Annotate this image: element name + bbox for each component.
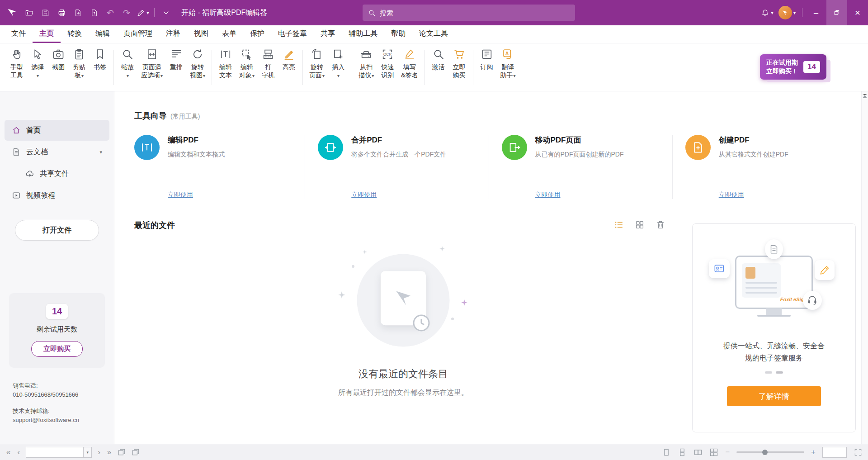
grid-view-button[interactable]: [634, 220, 645, 231]
save-button[interactable]: [37, 5, 53, 21]
zoom-slider[interactable]: [736, 451, 804, 453]
menu-protect[interactable]: 保护: [243, 25, 271, 43]
clear-recent-button[interactable]: [655, 220, 666, 231]
buy-now-button[interactable]: 立即购买: [31, 341, 83, 357]
ribbon-insert-pages-button[interactable]: 插入 ▾: [328, 47, 349, 80]
toolbar-options-button[interactable]: [158, 5, 174, 21]
ribbon-translate-assistant-button[interactable]: 翻译 助手▾: [497, 47, 519, 80]
open-file-pill-button[interactable]: 打开文件: [15, 220, 99, 241]
support-email[interactable]: support@foxitsoftware.cn: [13, 416, 114, 425]
global-search[interactable]: [363, 5, 575, 21]
menu-home[interactable]: 主页: [33, 25, 61, 43]
ribbon-quick-ocr-button[interactable]: 快速 识别: [377, 47, 398, 80]
restore-button[interactable]: [826, 0, 847, 25]
facing-view-button[interactable]: [693, 448, 703, 457]
redo-button[interactable]: ↷: [118, 5, 135, 21]
carousel-dot[interactable]: [776, 371, 783, 374]
menu-esign[interactable]: 电子签章: [271, 25, 314, 43]
page-list-caret[interactable]: ▾: [84, 447, 92, 458]
tool-card-move-pages[interactable]: 移动PDF页面 从已有的PDF页面创建新的PDF 立即使用: [489, 135, 672, 199]
export-pdf-button[interactable]: [70, 5, 86, 21]
create-pdf-icon: [685, 135, 711, 160]
caret-icon: ▾: [252, 73, 255, 78]
account-button[interactable]: ▾: [775, 5, 799, 21]
ribbon-edit-text-button[interactable]: 编辑 文本: [215, 47, 236, 80]
tool-card-edit-pdf[interactable]: 编辑PDF 编辑文档和文本格式 立即使用: [134, 135, 305, 199]
ribbon-from-scanner-button[interactable]: 从扫 描仪▾: [355, 47, 377, 80]
previous-view-button[interactable]: [117, 448, 126, 457]
previous-page-button[interactable]: ‹: [16, 448, 21, 456]
sidebar-item-home[interactable]: 首页: [5, 120, 109, 141]
vertical-scrollbar[interactable]: [861, 91, 868, 444]
menu-form[interactable]: 表单: [215, 25, 243, 43]
sidebar-item-shared-files[interactable]: 共享文件: [5, 163, 109, 184]
ribbon-snapshot-button[interactable]: 截图: [48, 47, 69, 72]
carousel-dot[interactable]: [765, 371, 772, 374]
ribbon-clipboard-button[interactable]: 剪贴 板▾: [69, 47, 90, 80]
ribbon-zoom-button[interactable]: 缩放 ▾: [117, 47, 138, 80]
last-page-button[interactable]: »: [106, 448, 112, 456]
ribbon-bookmark-button[interactable]: 书签: [90, 47, 110, 72]
zoom-slider-thumb[interactable]: [762, 450, 768, 455]
zoom-in-button[interactable]: +: [811, 448, 816, 456]
ribbon-select-button[interactable]: 选择 ▾: [27, 47, 48, 80]
ribbon-hand-tool-button[interactable]: 手型 工具: [6, 47, 27, 80]
merge-pdf-use-link[interactable]: 立即使用: [351, 191, 377, 199]
zoom-level-input[interactable]: [822, 447, 847, 458]
scroll-up-button[interactable]: [863, 94, 867, 98]
ribbon-rotate-pages-button[interactable]: 旋转 页面▾: [306, 47, 328, 80]
undo-button[interactable]: ↶: [102, 5, 118, 21]
next-page-button[interactable]: ›: [97, 448, 101, 456]
menu-file[interactable]: 文件: [5, 25, 33, 43]
caret-icon: ▾: [322, 73, 325, 78]
ribbon-fill-sign-button[interactable]: 填写 &签名: [398, 47, 421, 80]
page-number-input[interactable]: [26, 447, 84, 458]
ribbon-activate-button[interactable]: 激活: [428, 47, 449, 72]
menu-share[interactable]: 共享: [314, 25, 342, 43]
tool-card-merge-pdf[interactable]: 合并PDF 将多个文件合并生成一个PDF文件 立即使用: [305, 135, 488, 199]
search-input[interactable]: [380, 9, 570, 17]
menu-view[interactable]: 视图: [187, 25, 215, 43]
fit-screen-button[interactable]: [854, 448, 863, 457]
next-view-button[interactable]: [131, 448, 140, 457]
menu-convert[interactable]: 转换: [61, 25, 89, 43]
menu-accessibility[interactable]: 辅助工具: [342, 25, 384, 43]
edit-pdf-use-link[interactable]: 立即使用: [168, 191, 193, 199]
continuous-view-button[interactable]: [678, 448, 687, 457]
sidebar-item-label: 云文档: [26, 147, 48, 157]
document-upload-icon: [90, 9, 99, 17]
ribbon-page-fit-button[interactable]: 页面适 应选项▾: [138, 47, 166, 80]
notifications-button[interactable]: ▾: [759, 5, 775, 21]
quick-sign-button[interactable]: ▾: [135, 5, 151, 21]
menu-help[interactable]: 帮助: [384, 25, 412, 43]
tool-card-create-pdf[interactable]: 创建PDF 从其它格式文件创建PDF 立即使用: [672, 135, 856, 199]
menu-comment[interactable]: 注释: [159, 25, 187, 43]
menu-edit[interactable]: 编辑: [89, 25, 117, 43]
ribbon-buy-now-button[interactable]: 立即 购买: [449, 47, 470, 80]
trial-banner[interactable]: 正在试用期 立即购买！ 14: [760, 54, 826, 80]
ribbon-rotate-view-button[interactable]: 旋转 视图▾: [187, 47, 208, 80]
ribbon-typewriter-button[interactable]: 打 字机: [258, 47, 278, 80]
print-button[interactable]: [53, 5, 70, 21]
ribbon-edit-object-button[interactable]: 编辑 对象▾: [236, 47, 258, 80]
ribbon-subscribe-button[interactable]: 订阅: [476, 47, 497, 72]
zoom-out-button[interactable]: −: [725, 448, 730, 456]
facing-continuous-view-button[interactable]: [709, 448, 718, 457]
close-button[interactable]: ×: [847, 0, 868, 25]
sidebar-item-video-tutorials[interactable]: 视频教程: [5, 185, 109, 206]
menu-page-organize[interactable]: 页面管理: [117, 25, 159, 43]
single-page-view-button[interactable]: [662, 448, 671, 457]
open-file-button[interactable]: [21, 5, 37, 21]
minimize-button[interactable]: –: [806, 0, 826, 25]
create-pdf-use-link[interactable]: 立即使用: [719, 191, 744, 199]
move-pages-use-link[interactable]: 立即使用: [535, 191, 561, 199]
ribbon-highlight-button[interactable]: 高亮: [278, 47, 299, 72]
learn-more-button[interactable]: 了解详情: [727, 386, 821, 406]
create-pdf-button[interactable]: [86, 5, 102, 21]
first-page-button[interactable]: «: [5, 448, 11, 456]
caret-icon: ▾: [793, 10, 796, 15]
sidebar-item-cloud-docs[interactable]: 云文档 ▾: [5, 142, 109, 162]
list-view-button[interactable]: [613, 220, 624, 231]
ribbon-reflow-button[interactable]: 重排: [166, 47, 187, 72]
menu-paper-tools[interactable]: 论文工具: [412, 25, 455, 43]
